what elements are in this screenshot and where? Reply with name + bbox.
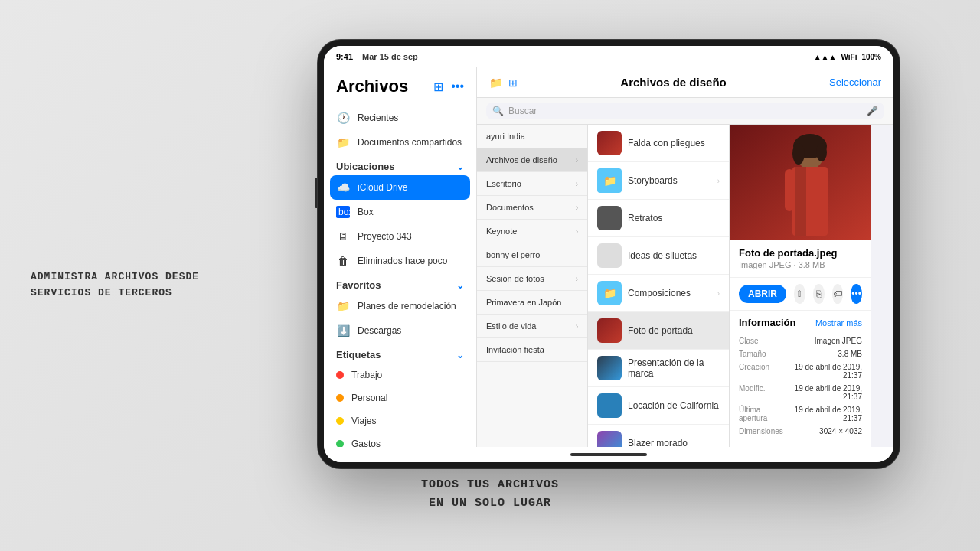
etiquetas-label: Etiquetas: [336, 349, 381, 360]
proyecto-icon: 🖥: [336, 230, 350, 243]
file-list-item-keynote[interactable]: Keynote ›: [477, 220, 587, 243]
sidebar-item-box[interactable]: box Box: [324, 200, 476, 224]
docs-icon: 📁: [336, 136, 350, 148]
detail-file-info: Foto de portada.jpeg Imagen JPEG · 3.8 M…: [730, 240, 871, 278]
recientes-label: Recientes: [358, 112, 398, 123]
icloud-label: iCloud Drive: [358, 182, 407, 193]
folder-item-falda-pliegues[interactable]: Falda con pliegues: [588, 125, 729, 162]
grid-icon[interactable]: ⊞: [508, 77, 518, 89]
folder-item-locacion-california[interactable]: Locación de California: [588, 387, 729, 425]
sidebar-item-viajes[interactable]: Viajes: [324, 409, 476, 432]
folder-item-storyboards[interactable]: 📁 Storyboards ›: [588, 162, 729, 200]
clase-label: Clase: [739, 337, 759, 345]
favoritos-label: Favoritos: [336, 279, 381, 291]
mic-icon[interactable]: 🎤: [867, 106, 878, 116]
file-list-item-escritorio[interactable]: Escritorio ›: [477, 172, 587, 196]
folder-contents-column: Falda con pliegues 📁 Storyboards ›: [588, 125, 730, 447]
home-bar: [570, 453, 647, 456]
left-annotation: ADMINISTRA ARCHIVOS DESDE SERVICIOS DE T…: [31, 269, 199, 302]
battery-icon: 100%: [861, 53, 881, 61]
retratos-label: Retratos: [628, 213, 720, 223]
info-title: Información: [739, 317, 795, 328]
planes-icon: 📁: [336, 300, 350, 312]
sidebar-item-descargas[interactable]: ⬇️ Descargas: [324, 318, 476, 343]
file-list-item-documentos[interactable]: Documentos ›: [477, 196, 587, 220]
file-list-item-bonny[interactable]: bonny el perro: [477, 243, 587, 267]
more-button[interactable]: •••: [851, 284, 862, 304]
eliminados-icon: 🗑: [336, 255, 350, 267]
folder-icon[interactable]: 📁: [489, 77, 502, 89]
etiquetas-section-header: Etiquetas ⌄: [324, 343, 476, 364]
folder-item-ideas-siluetas[interactable]: Ideas de siluetas: [588, 237, 729, 275]
thumb-marca: [597, 356, 622, 380]
sidebar-more-icon[interactable]: •••: [451, 80, 464, 94]
thumb-foto-portada: [597, 318, 622, 343]
modific-label: Modific.: [739, 384, 765, 401]
sidebar-item-documentos-compartidos[interactable]: 📁 Documentos compartidos: [324, 130, 476, 155]
info-header: Información Mostrar más: [739, 317, 862, 328]
trabajo-label: Trabajo: [351, 370, 382, 380]
mostrar-mas-button[interactable]: Mostrar más: [815, 318, 862, 328]
folder-item-blazer-morado[interactable]: Blazer morado: [588, 425, 729, 447]
ipad-side-button: [315, 178, 317, 208]
file-list-item-sesion-fotos[interactable]: Sesión de fotos ›: [477, 267, 587, 291]
sidebar-item-trabajo[interactable]: Trabajo: [324, 364, 476, 386]
search-bar[interactable]: 🔍 Buscar 🎤: [486, 103, 884, 119]
folder-item-retratos[interactable]: Retratos: [588, 200, 729, 237]
sidebar-toggle-icon[interactable]: ⊞: [433, 80, 443, 94]
viajes-dot: [336, 417, 344, 425]
file-list-item-ayuri[interactable]: ayuri India: [477, 125, 587, 148]
tag-button[interactable]: 🏷: [832, 284, 844, 304]
folder-items: Falda con pliegues 📁 Storyboards ›: [588, 125, 729, 447]
info-row-modific: Modific. 19 de abril de 2019, 21:37: [739, 382, 862, 403]
sidebar-item-recientes[interactable]: 🕐 Recientes: [324, 106, 476, 130]
marca-label: Presentación de la marca: [628, 357, 720, 379]
left-annotation-line2: SERVICIOS DE TERCEROS: [31, 285, 199, 301]
ubicaciones-chevron[interactable]: ⌄: [456, 161, 464, 172]
bottom-annotation: TODOS TUS ARCHIVOS EN UN SOLO LUGAR: [421, 476, 559, 513]
file-list-item-estilo-vida[interactable]: Estilo de vida ›: [477, 315, 587, 338]
sidebar-item-personal[interactable]: Personal: [324, 386, 476, 409]
sidebar-item-proyecto343[interactable]: 🖥 Proyecto 343: [324, 224, 476, 249]
folder-item-foto-portada[interactable]: Foto de portada: [588, 312, 729, 350]
etiquetas-chevron[interactable]: ⌄: [456, 350, 464, 360]
abrir-button[interactable]: ABRIR: [739, 285, 786, 303]
copy-button[interactable]: ⎘: [813, 284, 825, 304]
thumb-storyboards: 📁: [597, 168, 622, 193]
left-annotation-line1: ADMINISTRA ARCHIVOS DESDE: [31, 269, 199, 285]
favoritos-chevron[interactable]: ⌄: [456, 280, 464, 291]
ultima-apertura-value: 19 de abril de 2019, 21:37: [785, 406, 862, 422]
thumb-siluetas: [597, 243, 622, 268]
share-button[interactable]: ⇧: [794, 284, 805, 304]
california-label: Locación de California: [628, 400, 720, 411]
sidebar-item-eliminados[interactable]: 🗑 Eliminados hace poco: [324, 249, 476, 273]
folder-item-composiciones[interactable]: 📁 Composiciones ›: [588, 275, 729, 312]
sidebar-header: Archivos ⊞ •••: [324, 67, 476, 103]
thumb-composiciones: 📁: [597, 281, 622, 305]
composiciones-label: Composiciones: [628, 288, 711, 298]
ubicaciones-section-header: Ubicaciones ⌄: [324, 155, 476, 175]
signal-icon: ▲▲▲: [814, 53, 837, 61]
thumb-blazer: [597, 431, 622, 447]
search-container: 🔍 Buscar 🎤: [477, 98, 893, 125]
file-list-item-archivos-diseno[interactable]: Archivos de diseño ›: [477, 148, 587, 172]
sidebar-item-icloud-drive[interactable]: ☁️ iCloud Drive: [330, 175, 470, 200]
info-row-clase: Clase Imagen JPEG: [739, 334, 862, 347]
storyboards-chevron: ›: [717, 177, 720, 185]
detail-file-name: Foto de portada.jpeg: [739, 247, 862, 259]
main-top-bar: 📁 ⊞ Archivos de diseño Seleccionar: [477, 67, 893, 98]
status-date: Mar 15 de sep: [362, 52, 418, 61]
seleccionar-button[interactable]: Seleccionar: [829, 77, 881, 88]
file-list-column: ayuri India Archivos de diseño › Escrito…: [477, 125, 588, 447]
sidebar-item-planes[interactable]: 📁 Planes de remodelación: [324, 294, 476, 318]
descargas-label: Descargas: [358, 325, 401, 336]
detail-image-person: [730, 125, 871, 240]
file-list-item-primavera[interactable]: Primavera en Japón: [477, 291, 587, 315]
gastos-dot: [336, 440, 344, 447]
status-bar: 9:41 Mar 15 de sep ▲▲▲ WiFi 100%: [324, 46, 893, 67]
dimensiones-value: 3024 × 4032: [819, 427, 862, 435]
sidebar-item-gastos[interactable]: Gastos: [324, 432, 476, 447]
detail-panel: Foto de portada.jpeg Imagen JPEG · 3.8 M…: [730, 125, 871, 447]
folder-item-presentacion-marca[interactable]: Presentación de la marca: [588, 350, 729, 387]
file-list-item-invitacion[interactable]: Invitación fiesta: [477, 338, 587, 362]
